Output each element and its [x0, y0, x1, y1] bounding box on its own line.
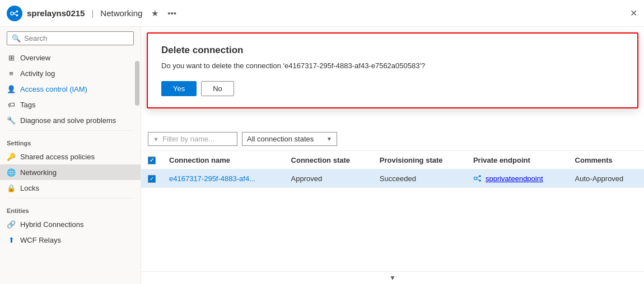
sidebar-item-access-control[interactable]: 👤 Access control (IAM)	[0, 81, 141, 97]
dialog-message: Do you want to delete the connection 'e4…	[161, 61, 624, 70]
sidebar-item-label: Activity log	[20, 69, 55, 78]
list-icon: ≡	[7, 69, 16, 78]
search-input[interactable]	[24, 34, 129, 42]
sidebar-item-networking[interactable]: 🌐 Networking	[0, 164, 141, 180]
app-header: sprelayns0215 | Networking ★ ••• ✕	[0, 0, 644, 27]
sidebar-item-wcf-relays[interactable]: ⬆ WCF Relays	[0, 232, 141, 248]
svg-line-3	[13, 12, 16, 13]
page-title: Networking	[100, 8, 142, 18]
sidebar-nav: ⊞ Overview ≡ Activity log 👤 Access contr…	[0, 50, 141, 284]
svg-point-2	[16, 14, 18, 16]
key-icon: 🔑	[7, 152, 16, 161]
delete-dialog: Delete connection Do you want to delete …	[147, 32, 638, 108]
settings-section-label: Settings	[0, 133, 141, 149]
dialog-buttons: Yes No	[161, 81, 624, 96]
relay-icon	[10, 8, 20, 18]
svg-line-4	[13, 13, 16, 15]
svg-point-1	[16, 10, 18, 12]
sidebar-item-label: Shared access policies	[20, 153, 95, 161]
main-content: Delete connection Do you want to delete …	[141, 27, 644, 284]
sidebar-item-label: Locks	[20, 184, 39, 192]
favorite-button[interactable]: ★	[151, 8, 158, 18]
sidebar-item-tags[interactable]: 🏷 Tags	[0, 97, 141, 112]
sidebar-item-label: Access control (IAM)	[20, 85, 87, 93]
search-icon: 🔍	[12, 34, 21, 42]
yes-button[interactable]: Yes	[161, 81, 197, 96]
close-icon: ✕	[630, 8, 637, 18]
layout: 🔍 ⊞ Overview ≡ Activity log 👤 Access con…	[0, 27, 644, 284]
wcf-icon: ⬆	[7, 235, 16, 244]
sidebar-item-label: Networking	[20, 168, 57, 177]
sidebar-item-label: Tags	[20, 101, 35, 109]
network-icon: 🌐	[7, 168, 16, 177]
svg-point-0	[11, 12, 13, 15]
entities-divider	[7, 198, 134, 198]
sidebar-item-overview[interactable]: ⊞ Overview	[0, 50, 141, 65]
sidebar-item-label: Overview	[20, 54, 50, 62]
wrench-icon: 🔧	[7, 116, 16, 125]
more-button[interactable]: •••	[167, 8, 176, 18]
hybrid-icon: 🔗	[7, 220, 16, 229]
sidebar-item-shared-access[interactable]: 🔑 Shared access policies	[0, 149, 141, 164]
sidebar-item-diagnose[interactable]: 🔧 Diagnose and solve problems	[0, 112, 141, 128]
entities-section-label: Entities	[0, 201, 141, 216]
dialog-overlay: Delete connection Do you want to delete …	[141, 27, 644, 284]
star-icon: ★	[151, 8, 158, 18]
person-icon: 👤	[7, 84, 16, 93]
sidebar-item-label: Diagnose and solve problems	[20, 116, 116, 125]
no-button[interactable]: No	[201, 81, 234, 96]
lock-icon: 🔒	[7, 183, 16, 192]
dialog-title: Delete connection	[161, 45, 624, 56]
settings-divider	[7, 130, 134, 131]
sidebar-item-locks[interactable]: 🔒 Locks	[0, 180, 141, 196]
tag-icon: 🏷	[7, 100, 16, 109]
sidebar-item-activity-log[interactable]: ≡ Activity log	[0, 65, 141, 81]
header-separator: |	[91, 8, 94, 18]
sidebar: 🔍 ⊞ Overview ≡ Activity log 👤 Access con…	[0, 27, 141, 284]
more-icon: •••	[167, 8, 176, 18]
app-logo	[7, 6, 22, 21]
sidebar-item-label: Hybrid Connections	[20, 220, 83, 229]
sidebar-search-container: 🔍	[0, 27, 141, 50]
resource-name: sprelayns0215	[27, 8, 85, 18]
sidebar-item-hybrid-connections[interactable]: 🔗 Hybrid Connections	[0, 216, 141, 232]
close-button[interactable]: ✕	[630, 8, 637, 18]
grid-icon: ⊞	[7, 53, 16, 62]
sidebar-scrollbar[interactable]	[135, 61, 139, 106]
sidebar-item-label: WCF Relays	[20, 236, 61, 244]
search-box[interactable]: 🔍	[7, 31, 134, 45]
